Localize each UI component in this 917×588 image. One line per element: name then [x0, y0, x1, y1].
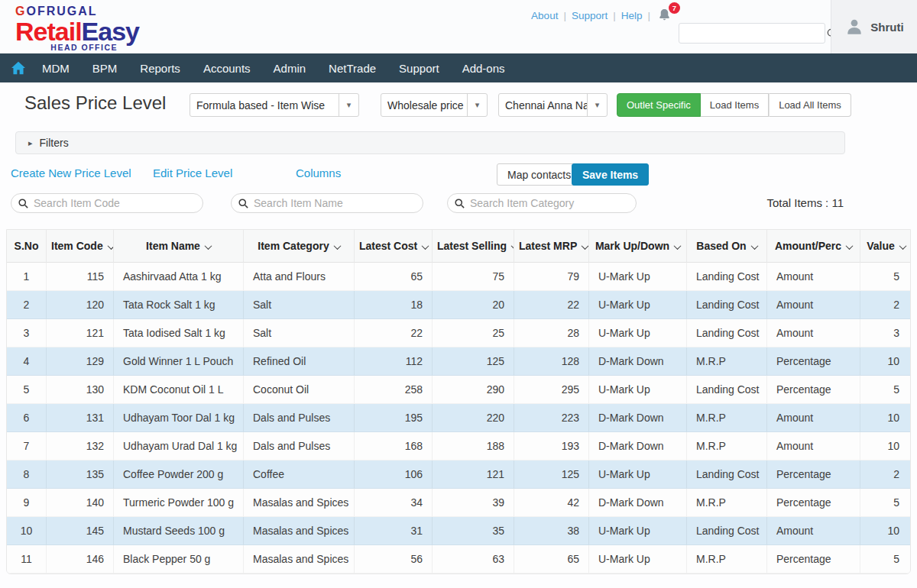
cell-latest-mrp: 128 [514, 347, 589, 376]
nav-item-addons[interactable]: Add-ons [462, 62, 505, 75]
cell-based-on: Landing Cost [687, 460, 767, 489]
help-link[interactable]: Help [621, 10, 643, 21]
cell-latest-cost: 34 [355, 489, 433, 517]
column-label: S.No [15, 240, 39, 252]
support-link[interactable]: Support [572, 10, 608, 21]
columns-link[interactable]: Columns [296, 166, 341, 179]
sort-chevron-down-icon [674, 242, 682, 250]
table-row[interactable]: 6131Udhayam Toor Dal 1 kgDals and Pulses… [7, 404, 911, 432]
column-header-latest-mrp[interactable]: Latest MRP [514, 230, 589, 263]
cell-s-no: 8 [7, 460, 47, 489]
cell-item-category: Refined Oil [244, 347, 355, 376]
table-row[interactable]: 4129Gold Winner 1 L PouchRefined Oil1121… [7, 347, 911, 376]
main-nav: MDM BPM Reports Accounts Admin NetTrade … [0, 53, 917, 82]
price-type-dropdown-value: Formula based - Item Wise [190, 99, 339, 111]
table-row[interactable]: 8135Coffee Powder 200 gCoffee106121125U-… [7, 460, 911, 489]
nav-item-accounts[interactable]: Accounts [203, 62, 251, 75]
global-search-input[interactable] [679, 24, 826, 43]
cell-mark-up-down: U-Mark Up [589, 291, 687, 319]
nav-item-admin[interactable]: Admin [274, 62, 306, 75]
cell-latest-cost: 258 [355, 376, 433, 404]
filters-accordion[interactable]: ▸ Filters [15, 131, 845, 154]
column-header-latest-selling[interactable]: Latest Selling [433, 230, 514, 263]
outlet-dropdown[interactable]: Chennai Anna Nag ▾ [498, 93, 608, 117]
user-menu[interactable]: Shruti [831, 0, 917, 53]
sales-price-level-page: GOFRUGAL RetailEasy HEAD OFFICE About| S… [0, 0, 917, 588]
item-name-search-input[interactable] [249, 194, 423, 212]
cell-item-code: 129 [47, 347, 114, 376]
cell-item-name: Coffee Powder 200 g [114, 460, 244, 489]
table-row[interactable]: 7132Udhayam Urad Dal 1 kgDals and Pulses… [7, 432, 911, 460]
price-level-dropdown[interactable]: Wholesale price new ▾ [381, 93, 488, 117]
chevron-down-icon: ▾ [467, 94, 487, 116]
items-table: S.NoItem CodeItem NameItem CategoryLates… [7, 230, 911, 573]
cell-based-on: Landing Cost [687, 291, 767, 319]
item-category-search-input[interactable] [465, 194, 636, 212]
nav-item-nettrade[interactable]: NetTrade [329, 62, 376, 75]
notification-badge: 7 [669, 2, 680, 14]
column-header-amount-perc[interactable]: Amount/Perc [767, 230, 860, 263]
cell-based-on: M.R.P [687, 432, 767, 460]
table-row[interactable]: 1115Aashirvaad Atta 1 kgAtta and Flours6… [7, 263, 911, 291]
column-label: Mark Up/Down [595, 240, 669, 252]
column-header-item-code[interactable]: Item Code [47, 230, 114, 263]
table-row[interactable]: 3121Tata Iodised Salt 1 kgSalt222528U-Ma… [7, 319, 911, 347]
cell-item-name: Tata Rock Salt 1 kg [114, 291, 244, 319]
cell-item-code: 145 [47, 517, 114, 545]
cell-item-name: Udhayam Urad Dal 1 kg [114, 432, 244, 460]
notification-bell[interactable]: 7 [657, 8, 674, 23]
cell-s-no: 3 [7, 319, 47, 347]
cell-latest-selling: 290 [433, 376, 514, 404]
item-category-search [447, 193, 637, 213]
cell-s-no: 9 [7, 489, 47, 517]
separator: | [647, 10, 650, 21]
column-header-item-category[interactable]: Item Category [244, 230, 355, 263]
home-icon [11, 61, 26, 75]
cell-latest-selling: 188 [433, 432, 514, 460]
home-nav-item[interactable] [11, 61, 26, 75]
column-label: Value [867, 240, 895, 252]
save-items-button[interactable]: Save Items [572, 163, 649, 186]
sort-chevron-down-icon [846, 242, 854, 250]
about-link[interactable]: About [531, 10, 558, 21]
cell-item-category: Salt [244, 291, 355, 319]
cell-item-category: Salt [244, 319, 355, 347]
column-header-mark-up-down[interactable]: Mark Up/Down [589, 230, 687, 263]
cell-latest-mrp: 193 [514, 432, 589, 460]
cell-value: 10 [860, 432, 911, 460]
column-header-value[interactable]: Value [860, 230, 911, 263]
cell-item-code: 121 [47, 319, 114, 347]
table-row[interactable]: 10145Mustard Seeds 100 gMasalas and Spic… [7, 517, 911, 545]
create-new-price-level-link[interactable]: Create New Price Level [11, 166, 131, 179]
table-row[interactable]: 5130KDM Coconut Oil 1 LCoconut Oil258290… [7, 376, 911, 404]
sort-chevron-down-icon [899, 242, 906, 250]
chevron-down-icon: ▾ [339, 94, 358, 116]
cell-amount-perc: Amount [767, 319, 860, 347]
column-header-based-on[interactable]: Based On [687, 230, 767, 263]
cell-latest-cost: 195 [355, 404, 433, 432]
separator: | [563, 10, 566, 21]
caret-right-icon: ▸ [28, 138, 33, 148]
table-search-row: Total Items : 11 [0, 193, 917, 214]
table-row[interactable]: 9140Turmeric Powder 100 gMasalas and Spi… [7, 489, 911, 517]
nav-item-reports[interactable]: Reports [140, 62, 180, 75]
nav-item-bpm[interactable]: BPM [92, 62, 118, 75]
outlet-specific-button[interactable]: Outlet Specific [617, 93, 701, 117]
table-row[interactable]: 2120Tata Rock Salt 1 kgSalt182022U-Mark … [7, 291, 911, 319]
price-type-dropdown[interactable]: Formula based - Item Wise ▾ [190, 93, 359, 117]
cell-value: 5 [860, 545, 911, 573]
cell-latest-selling: 75 [433, 263, 514, 291]
load-all-items-button[interactable]: Load All Items [769, 93, 851, 117]
nav-item-mdm[interactable]: MDM [42, 62, 70, 75]
edit-price-level-link[interactable]: Edit Price Level [153, 166, 232, 179]
cell-latest-selling: 220 [433, 404, 514, 432]
cell-item-category: Masalas and Spices [244, 489, 355, 517]
load-items-button[interactable]: Load Items [701, 93, 769, 117]
cell-item-code: 135 [47, 460, 114, 489]
column-header-item-name[interactable]: Item Name [114, 230, 244, 263]
table-row[interactable]: 11146Black Pepper 50 gMasalas and Spices… [7, 545, 911, 573]
column-header-latest-cost[interactable]: Latest Cost [355, 230, 433, 263]
item-code-search-input[interactable] [29, 194, 203, 212]
map-contacts-button[interactable]: Map contacts [497, 163, 582, 186]
nav-item-support[interactable]: Support [399, 62, 439, 75]
